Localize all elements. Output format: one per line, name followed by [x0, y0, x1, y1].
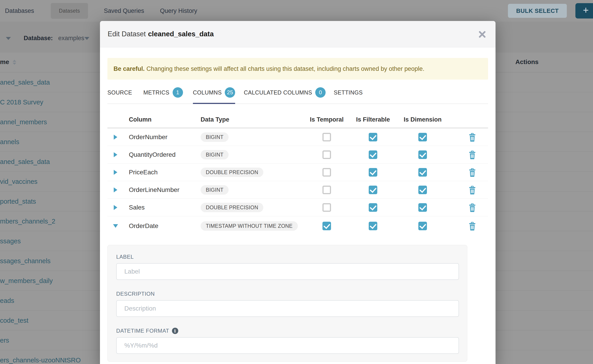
- is-filterable-checkbox[interactable]: [369, 203, 377, 212]
- trash-icon[interactable]: [468, 203, 476, 212]
- is-filterable-checkbox[interactable]: [369, 150, 377, 159]
- dataset-link[interactable]: aned_sales_data: [0, 72, 50, 92]
- table-row: OrderLineNumber BIGINT: [107, 181, 488, 199]
- columns-table-header: Column Data Type Is Temporal Is Filterab…: [107, 112, 488, 128]
- column-name: OrderDate: [124, 222, 198, 230]
- close-icon[interactable]: [478, 30, 486, 38]
- top-navbar: Databases Datasets Saved Queries Query H…: [0, 0, 593, 22]
- warning-bold: Be careful.: [113, 65, 145, 72]
- warning-banner: Be careful. Changing these settings will…: [107, 58, 488, 80]
- collapse-caret-icon[interactable]: [113, 224, 118, 228]
- tab-source[interactable]: SOURCE: [107, 88, 132, 102]
- dataset-link[interactable]: annel_members: [0, 112, 47, 132]
- dataset-link[interactable]: code_test: [0, 311, 28, 330]
- datetime-format-input[interactable]: [116, 337, 459, 354]
- calculated-columns-count-badge: 0: [315, 87, 326, 98]
- is-filterable-checkbox[interactable]: [369, 168, 377, 177]
- dataset-link[interactable]: ssages_channels: [0, 251, 51, 271]
- is-temporal-checkbox[interactable]: [323, 203, 331, 212]
- database-filter-label: Database:: [24, 35, 53, 42]
- trash-icon[interactable]: [468, 150, 476, 159]
- expand-caret-icon[interactable]: [114, 135, 117, 140]
- expand-caret-icon[interactable]: [114, 205, 117, 210]
- dataset-link[interactable]: ssages: [0, 231, 21, 251]
- table-row: PriceEach DOUBLE PRECISION: [107, 163, 488, 181]
- is-dimension-checkbox[interactable]: [418, 222, 427, 230]
- dataset-link[interactable]: vid_vaccines: [0, 172, 38, 191]
- expand-caret-icon[interactable]: [114, 152, 117, 157]
- description-input[interactable]: [116, 300, 459, 317]
- nav-tab-saved-queries[interactable]: Saved Queries: [104, 7, 144, 14]
- data-type-badge: TIMESTAMP WITHOUT TIME ZONE: [201, 221, 298, 231]
- metrics-count-badge: 1: [173, 87, 183, 98]
- chevron-down-icon[interactable]: [84, 37, 89, 40]
- is-temporal-checkbox[interactable]: [323, 222, 331, 230]
- chevron-down-icon[interactable]: [6, 37, 11, 40]
- edit-dataset-modal: Edit Datasetcleaned_sales_data Be carefu…: [100, 21, 495, 364]
- column-name: QuantityOrdered: [124, 151, 198, 158]
- expand-caret-icon[interactable]: [114, 187, 117, 192]
- tab-columns[interactable]: COLUMNS25: [193, 86, 235, 104]
- dataset-link[interactable]: C 2018 Survey: [0, 92, 43, 112]
- column-name: Sales: [124, 204, 198, 211]
- is-filterable-checkbox[interactable]: [369, 222, 377, 230]
- data-type-header: Data Type: [198, 116, 304, 123]
- database-filter-value[interactable]: examples: [58, 35, 84, 42]
- nav-tab-datasets[interactable]: Datasets: [51, 3, 88, 19]
- trash-icon[interactable]: [468, 221, 476, 230]
- trash-icon[interactable]: [468, 185, 476, 195]
- dataset-link[interactable]: mbers_channels_2: [0, 211, 55, 231]
- is-filterable-checkbox[interactable]: [369, 186, 377, 194]
- label-field-group: LABEL: [116, 254, 459, 280]
- data-type-badge: BIGINT: [201, 185, 229, 195]
- columns-count-badge: 25: [225, 87, 235, 98]
- warning-text: Changing these settings will affect all …: [146, 65, 424, 72]
- data-type-badge: BIGINT: [201, 132, 229, 142]
- trash-icon[interactable]: [468, 168, 476, 177]
- is-temporal-header: Is Temporal: [304, 116, 349, 123]
- column-name: PriceEach: [124, 169, 198, 176]
- description-field-group: DESCRIPTION: [116, 291, 459, 317]
- name-column-header[interactable]: me: [0, 58, 9, 66]
- dataset-link[interactable]: aned_sales_data: [0, 152, 50, 172]
- label-input[interactable]: [116, 263, 459, 280]
- tab-calculated-columns[interactable]: CALCULATED COLUMNS0: [244, 86, 326, 104]
- dataset-link[interactable]: eads: [0, 291, 14, 311]
- dataset-link[interactable]: ported_stats: [0, 191, 36, 211]
- datetime-format-field-group: DATETIME FORMAT i: [116, 328, 459, 354]
- is-dimension-checkbox[interactable]: [418, 168, 427, 177]
- nav-tab-query-history[interactable]: Query History: [160, 7, 197, 14]
- table-row: QuantityOrdered BIGINT: [107, 146, 488, 163]
- datetime-format-field-label: DATETIME FORMAT i: [116, 328, 459, 334]
- dataset-link[interactable]: w_members_daily: [0, 271, 53, 291]
- actions-column-header: Actions: [515, 58, 539, 66]
- trash-icon[interactable]: [468, 133, 476, 142]
- bulk-select-button[interactable]: BULK SELECT: [508, 4, 567, 18]
- is-filterable-checkbox[interactable]: [369, 133, 377, 141]
- description-field-label: DESCRIPTION: [116, 291, 459, 297]
- is-dimension-checkbox[interactable]: [418, 133, 427, 141]
- nav-tab-databases[interactable]: Databases: [5, 7, 34, 14]
- is-temporal-checkbox[interactable]: [323, 150, 331, 159]
- data-type-badge: DOUBLE PRECISION: [201, 203, 263, 212]
- tab-settings[interactable]: SETTINGS: [334, 88, 362, 102]
- is-dimension-checkbox[interactable]: [418, 186, 427, 194]
- is-temporal-checkbox[interactable]: [323, 186, 331, 194]
- info-icon[interactable]: i: [172, 328, 178, 334]
- data-type-badge: DOUBLE PRECISION: [201, 168, 263, 177]
- modal-tabs: SOURCE METRICS1 COLUMNS25 CALCULATED COL…: [107, 86, 488, 104]
- sort-icon[interactable]: [13, 60, 16, 65]
- table-row: OrderDate TIMESTAMP WITHOUT TIME ZONE: [107, 216, 488, 236]
- is-temporal-checkbox[interactable]: [323, 133, 331, 141]
- column-header: Column: [124, 116, 198, 123]
- is-dimension-checkbox[interactable]: [418, 203, 427, 212]
- label-field-label: LABEL: [116, 254, 459, 260]
- dataset-link[interactable]: ers_channels-uzooNNtSRO: [0, 350, 81, 364]
- dataset-link[interactable]: annels: [0, 132, 19, 152]
- expand-caret-icon[interactable]: [114, 170, 117, 175]
- is-dimension-checkbox[interactable]: [418, 150, 427, 159]
- dataset-link[interactable]: ers: [0, 330, 9, 350]
- is-temporal-checkbox[interactable]: [323, 168, 331, 177]
- add-dataset-button[interactable]: +: [575, 3, 593, 19]
- tab-metrics[interactable]: METRICS1: [143, 86, 183, 104]
